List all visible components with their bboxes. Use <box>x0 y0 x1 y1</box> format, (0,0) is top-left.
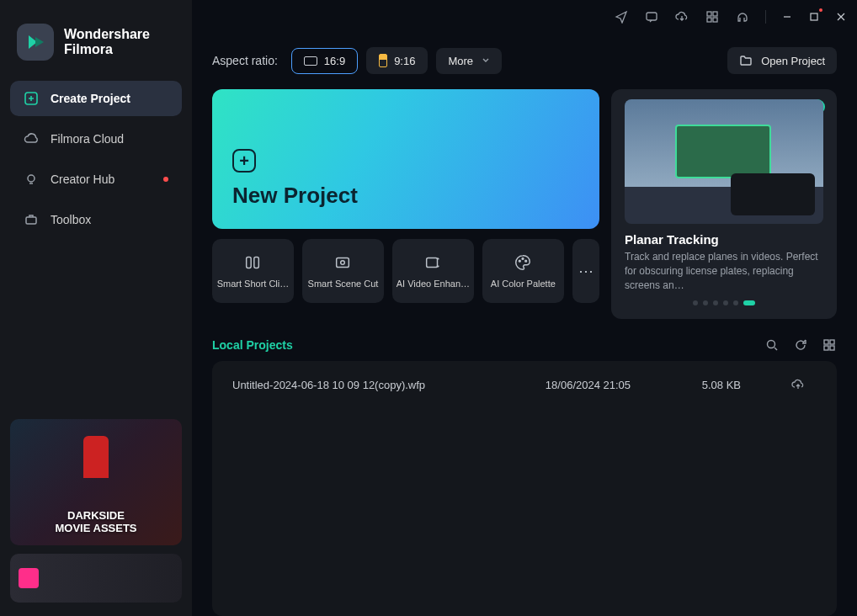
maximize-button[interactable] <box>808 11 820 23</box>
send-icon[interactable] <box>614 9 629 24</box>
svg-rect-18 <box>824 340 828 344</box>
plus-square-icon <box>24 91 39 106</box>
palette-icon <box>514 253 532 272</box>
carousel-dots[interactable] <box>625 300 823 305</box>
nav-create-project[interactable]: Create Project <box>10 81 182 116</box>
carousel-dot[interactable] <box>723 300 728 305</box>
tool-more-button[interactable]: ⋯ <box>572 239 599 303</box>
new-project-card[interactable]: + New Project <box>212 89 599 229</box>
more-label: More <box>448 55 473 67</box>
svg-rect-2 <box>26 217 36 224</box>
refresh-icon[interactable] <box>793 337 808 353</box>
svg-rect-19 <box>830 340 834 344</box>
nav-label: Filmora Cloud <box>51 132 124 146</box>
minimize-button[interactable] <box>781 11 793 23</box>
cloud-download-icon[interactable] <box>674 9 689 24</box>
portrait-icon <box>379 54 387 67</box>
svg-point-14 <box>519 260 521 262</box>
section-actions <box>764 337 837 353</box>
search-icon[interactable] <box>764 337 780 353</box>
project-row[interactable]: Untitled-2024-06-18 10 09 12(copy).wfp 1… <box>212 368 837 401</box>
feature-illustration <box>625 99 823 224</box>
svg-rect-21 <box>830 346 834 350</box>
svg-rect-13 <box>427 258 438 268</box>
cards-left: + New Project Smart Short Cli… Smart Sce… <box>212 89 599 319</box>
nav-label: Create Project <box>51 92 130 105</box>
svg-rect-7 <box>713 18 717 22</box>
svg-rect-4 <box>707 12 711 16</box>
tool-smart-scene-cut[interactable]: Smart Scene Cut <box>302 239 384 303</box>
feature-card[interactable]: New Planar Tracking Track and replace pl… <box>611 89 837 319</box>
svg-rect-11 <box>337 258 349 268</box>
promo-darkside[interactable]: DARKSIDE MOVIE ASSETS <box>10 419 182 545</box>
svg-rect-8 <box>811 13 817 20</box>
nav-filmora-cloud[interactable]: Filmora Cloud <box>10 121 182 157</box>
main-area: Aspect ratio: 16:9 9:16 More Open Projec… <box>192 0 857 616</box>
svg-rect-3 <box>647 13 657 20</box>
nav-label: Toolbox <box>51 213 91 226</box>
nav-label: Creator Hub <box>51 173 114 186</box>
aspect-ratio-label: Aspect ratio: <box>212 54 278 67</box>
feature-description: Track and replace planes in videos. Perf… <box>625 250 823 292</box>
toolbox-icon <box>24 212 39 227</box>
carousel-dot-active[interactable] <box>743 300 755 305</box>
tool-label: AI Color Palette <box>491 279 556 289</box>
svg-rect-6 <box>707 18 711 22</box>
project-size: 5.08 KB <box>702 379 791 391</box>
aspect-more-button[interactable]: More <box>436 48 502 74</box>
svg-point-15 <box>522 258 524 260</box>
promo-strip[interactable] <box>10 554 182 603</box>
cloud-upload-icon <box>791 378 805 391</box>
close-button[interactable] <box>835 11 847 23</box>
carousel-dot[interactable] <box>713 300 718 305</box>
nav-creator-hub[interactable]: Creator Hub <box>10 162 182 197</box>
project-date: 18/06/2024 21:05 <box>546 379 702 391</box>
nav-toolbox[interactable]: Toolbox <box>10 202 182 237</box>
carousel-dot[interactable] <box>693 300 698 305</box>
svg-rect-20 <box>824 346 828 350</box>
feature-title: Planar Tracking <box>625 232 823 247</box>
project-name: Untitled-2024-06-18 10 09 12(copy).wfp <box>232 379 546 391</box>
apps-grid-icon[interactable] <box>705 9 720 24</box>
svg-rect-5 <box>713 12 717 16</box>
svg-rect-9 <box>247 258 252 268</box>
open-label: Open Project <box>761 55 825 67</box>
svg-rect-10 <box>254 258 259 268</box>
carousel-dot[interactable] <box>733 300 738 305</box>
titlebar <box>192 0 857 34</box>
message-icon[interactable] <box>644 9 659 24</box>
folder-icon <box>739 54 753 67</box>
headset-icon[interactable] <box>735 9 750 24</box>
ratio-text: 9:16 <box>394 55 415 67</box>
tool-row: Smart Short Cli… Smart Scene Cut AI Vide… <box>212 239 599 303</box>
clip-icon <box>243 253 262 272</box>
chevron-down-icon <box>482 56 490 65</box>
section-title: Local Projects <box>212 338 293 352</box>
logo-line2: Filmora <box>64 42 150 57</box>
grid-view-icon[interactable] <box>822 337 837 353</box>
tool-smart-short-clip[interactable]: Smart Short Cli… <box>212 239 294 303</box>
filmora-logo-icon <box>17 24 54 61</box>
project-list: Untitled-2024-06-18 10 09 12(copy).wfp 1… <box>212 361 837 616</box>
tool-ai-video-enhancer[interactable]: AI Video Enhan… <box>392 239 474 303</box>
app-logo: Wondershare Filmora <box>10 13 182 81</box>
bulb-icon <box>24 172 39 187</box>
aspect-16-9-button[interactable]: 16:9 <box>291 48 358 74</box>
svg-point-16 <box>525 260 527 262</box>
promo-title: DARKSIDE MOVIE ASSETS <box>55 509 136 535</box>
app-logo-text: Wondershare Filmora <box>64 27 150 58</box>
notification-dot-icon <box>163 177 168 182</box>
cloud-icon <box>24 131 39 146</box>
tool-ai-color-palette[interactable]: AI Color Palette <box>482 239 564 303</box>
carousel-dot[interactable] <box>703 300 708 305</box>
svg-point-1 <box>28 175 35 182</box>
aspect-9-16-button[interactable]: 9:16 <box>366 47 428 74</box>
local-projects-header: Local Projects <box>192 319 857 361</box>
open-project-button[interactable]: Open Project <box>727 47 837 74</box>
plus-icon: + <box>232 149 256 173</box>
logo-line1: Wondershare <box>64 27 150 42</box>
sidebar-promos: DARKSIDE MOVIE ASSETS <box>10 419 182 603</box>
sidebar: Wondershare Filmora Create Project Filmo… <box>0 0 192 616</box>
cards-row: + New Project Smart Short Cli… Smart Sce… <box>192 89 857 319</box>
project-upload-action[interactable] <box>791 378 817 391</box>
